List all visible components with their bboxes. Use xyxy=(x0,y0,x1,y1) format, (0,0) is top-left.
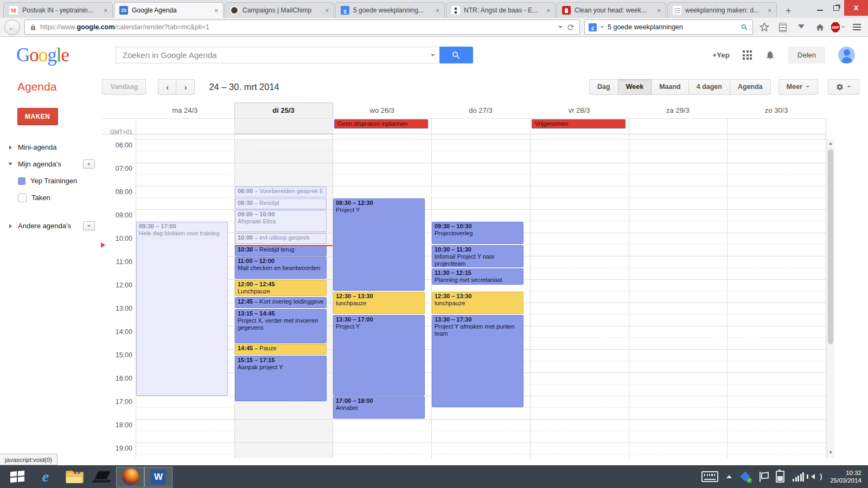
taskbar-app[interactable] xyxy=(88,466,116,487)
event-time: 13:30 – 17:00 xyxy=(336,316,373,323)
event-time: 10:00 xyxy=(238,234,253,241)
allday-event[interactable]: Geen afspraken inplannen xyxy=(334,119,428,129)
event-title: Afspraak Elisa xyxy=(238,218,324,225)
hour-label: 09:00 xyxy=(102,211,132,219)
half-hour-line xyxy=(136,431,826,431)
event-time: 13:30 – 17:30 xyxy=(435,316,472,323)
event[interactable]: 10:30 – 11:30Infomail Project Y naar pro… xyxy=(432,245,524,267)
day-header-5[interactable]: za 29/3 xyxy=(629,103,727,117)
window-controls: X xyxy=(812,0,868,16)
dropbox-icon[interactable]: ✓ xyxy=(740,471,751,482)
event[interactable]: 09:30 – 17:00Hele dag blokken voor train… xyxy=(136,222,228,396)
show-hidden-icons[interactable] xyxy=(726,475,732,478)
hour-line xyxy=(136,139,826,140)
firefox-icon xyxy=(122,468,139,485)
taskbar-firefox[interactable] xyxy=(116,467,144,487)
hour-label: 14:00 xyxy=(102,328,132,336)
day-header-2[interactable]: wo 26/3 xyxy=(333,103,431,117)
scroll-down-icon[interactable]: ▼ xyxy=(827,450,834,456)
action-center-flag-icon[interactable] xyxy=(759,472,768,482)
hour-label: 17:00 xyxy=(102,398,132,406)
start-button[interactable] xyxy=(3,466,31,487)
close-button[interactable]: X xyxy=(844,0,868,16)
hour-label: 19:00 xyxy=(102,445,132,452)
event-time: 08:30 xyxy=(238,200,253,206)
link-status-tooltip: javascript:void(0) xyxy=(0,454,58,465)
allday-event[interactable]: Vrijgenomen xyxy=(532,119,626,129)
event-title: Mail checken en beantwoorden xyxy=(238,265,324,272)
event[interactable]: 13:30 – 17:00Project Y xyxy=(333,315,425,396)
event-time: 13:15 – 14:45 xyxy=(238,310,275,317)
event-title: Infomail Project Y naar projectteam xyxy=(435,253,521,267)
day-header-3[interactable]: do 27/3 xyxy=(431,103,530,117)
event[interactable]: 12:30 – 13:30lunchpauze xyxy=(333,292,425,314)
hour-label: 12:00 xyxy=(102,281,132,289)
event-title: Project Y xyxy=(336,207,422,214)
allday-bottom-line xyxy=(102,134,826,134)
event[interactable]: 08:30 – Reistijd xyxy=(235,198,327,209)
taskbar-file-explorer[interactable] xyxy=(60,466,88,487)
event[interactable]: 14:45 – Pauze xyxy=(235,344,327,355)
network-signal-icon[interactable] xyxy=(793,472,804,481)
event[interactable]: 15:15 – 17:15Aanpak project Y xyxy=(235,356,327,401)
tab-close-icon[interactable]: × xyxy=(215,7,218,14)
event[interactable]: 12:00 – 12:45Lunchpauze xyxy=(235,280,327,296)
laptop-icon xyxy=(93,470,111,484)
event[interactable]: 12:30 – 13:30lunchpauze xyxy=(432,292,524,314)
day-header-6[interactable]: zo 30/3 xyxy=(727,103,826,117)
current-time-line xyxy=(235,245,333,246)
half-hour-line xyxy=(136,174,826,175)
event-title: Annabel xyxy=(336,404,422,412)
browser-tab-1[interactable]: 25Google Agenda× xyxy=(114,2,224,18)
event-title: Project X, verder met invoeren gegevens xyxy=(238,317,324,331)
event-time: 12:45 xyxy=(238,298,253,305)
half-hour-line xyxy=(136,244,826,245)
taskbar: e W ✓ 10:32 25/03/2014 xyxy=(0,465,868,488)
volume-icon[interactable] xyxy=(812,472,822,481)
event[interactable]: 08:30 – 12:30Project Y xyxy=(333,198,425,291)
folder-icon xyxy=(66,470,82,483)
taskbar-word[interactable]: W xyxy=(144,467,173,487)
event[interactable]: 10:30 – Reistijd terug xyxy=(235,245,327,256)
scroll-thumb[interactable] xyxy=(828,149,833,344)
event-time: 09:30 – 17:00 xyxy=(139,223,176,229)
scroll-up-icon[interactable]: ▲ xyxy=(827,140,834,147)
day-header-1[interactable]: di 25/3 xyxy=(234,103,333,117)
current-time-arrow-icon xyxy=(101,242,105,248)
event-time: 09:00 – 10:00 xyxy=(238,211,275,217)
event[interactable]: 08:00 – Voorbereiden gesprek E xyxy=(235,187,327,197)
event[interactable]: 12:45 – Kort overleg leidinggeve xyxy=(235,297,327,308)
half-hour-line xyxy=(136,151,826,151)
event[interactable]: 17:00 – 18:00Annabel xyxy=(333,396,425,419)
event[interactable]: 09:00 – 10:00Afspraak Elisa xyxy=(235,210,327,232)
taskbar-ie[interactable]: e xyxy=(31,466,60,487)
tray-time: 10:32 xyxy=(830,469,861,477)
hour-label: 15:00 xyxy=(102,351,132,359)
event-time: 14:45 xyxy=(238,345,253,351)
event-time: 10:30 xyxy=(238,246,253,253)
touch-keyboard-icon[interactable] xyxy=(701,471,718,482)
event[interactable]: 10:00 – evt uitloop gesprek xyxy=(235,233,327,244)
restore-button[interactable] xyxy=(828,0,844,16)
internet-explorer-icon: e xyxy=(42,468,49,485)
day-header-4[interactable]: vr 28/3 xyxy=(530,103,629,117)
battery-icon[interactable] xyxy=(776,471,784,483)
hour-label: 18:00 xyxy=(102,421,132,429)
event[interactable]: 09:30 – 10:30Projectoverleg xyxy=(432,222,524,244)
event-time: 15:15 – 17:15 xyxy=(238,357,275,363)
event[interactable]: 13:15 – 14:45Project X, verder met invoe… xyxy=(235,309,327,343)
tray-clock[interactable]: 10:32 25/03/2014 xyxy=(830,469,861,485)
hour-label: 07:00 xyxy=(102,165,132,172)
event[interactable]: 13:30 – 17:30Project Y afmaken met punte… xyxy=(432,315,524,407)
day-header-0[interactable]: ma 24/3 xyxy=(136,103,234,117)
event-time: 11:30 – 12:15 xyxy=(435,269,471,276)
event-title: Project Y xyxy=(336,323,422,330)
event-title: lunchpauze xyxy=(435,300,521,307)
event-title: Hele dag blokken voor training xyxy=(139,230,225,237)
minimize-button[interactable] xyxy=(812,0,828,16)
event-time: 12:30 – 13:30 xyxy=(435,293,472,299)
event-time: 12:00 – 12:45 xyxy=(238,281,275,287)
event[interactable]: 11:30 – 12:15Planning met secretariaat xyxy=(432,268,524,285)
tab-title: Google Agenda xyxy=(132,7,211,14)
event[interactable]: 11:00 – 12:00Mail checken en beantwoorde… xyxy=(235,256,327,279)
